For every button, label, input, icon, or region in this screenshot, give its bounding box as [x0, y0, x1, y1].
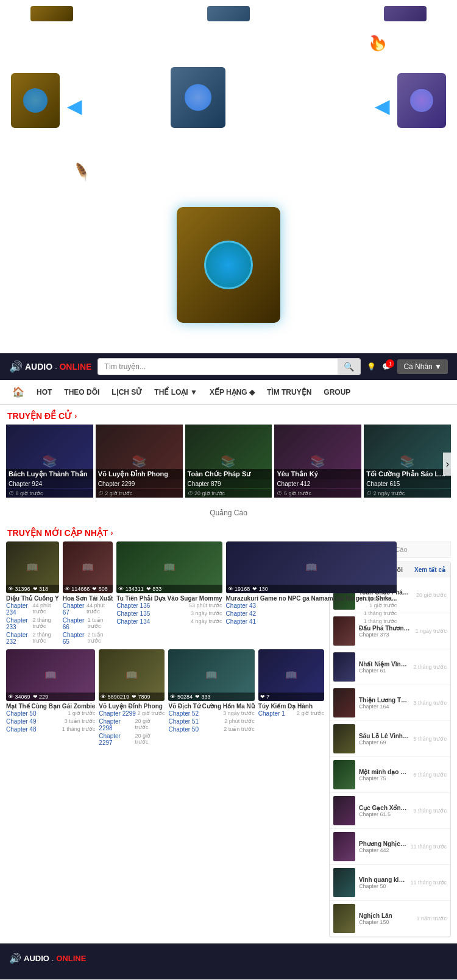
manga-stats-6: 👁 50284 ❤ 333	[168, 693, 254, 701]
nav-home[interactable]: 🏠	[6, 380, 30, 404]
chapter-item-6-1[interactable]: Chapter 512 phút trước	[168, 717, 254, 725]
featured-time-1: ⏱ 2 giờ trước	[96, 489, 183, 498]
tracking-info-2: Nhất Niệm Vĩnh Hằng Chapter 61	[359, 661, 409, 674]
chapter-item-1-0[interactable]: Chapter 6744 phút trước	[63, 602, 113, 616]
nav-lich-su[interactable]: LỊCH SỬ	[105, 382, 148, 403]
search-input[interactable]	[98, 359, 338, 375]
ch-time-5-1: 20 giờ trước	[135, 718, 165, 731]
featured-item-4[interactable]: 📚 Tối Cường Phản Sáo Lộ ... Chapter 615 …	[364, 425, 451, 498]
tracking-item-4[interactable]: Sáu Lỗ Lê Vinh ss2 Chapter 69 5 tháng tr…	[330, 721, 450, 757]
chapter-item-3-0[interactable]: Chapter 431 giờ trước	[226, 602, 397, 610]
ch-time-5-2: 20 giờ trước	[135, 733, 165, 746]
personal-button[interactable]: Cá Nhân ▼	[397, 359, 448, 374]
tracking-item-8[interactable]: Vinh quang kiếm Chapter 50 11 tháng trướ…	[330, 865, 450, 901]
manga-card-3[interactable]: 📖 👁 19168 ❤ 130 Murazukuri Game no NPC g…	[226, 541, 397, 646]
updates-wrapper: 📖 👁 31396 ❤ 318 Diệu Thủ Cuồng Y Chapter…	[0, 541, 457, 943]
bell-icon-wrap[interactable]: 💡	[367, 362, 376, 371]
nav-hot[interactable]: HOT	[30, 382, 58, 403]
chat-icon-wrap[interactable]: 💬 1	[382, 362, 391, 371]
manga-stats-0: 👁 31396 ❤ 318	[6, 585, 59, 593]
featured-chapter-1: Chapter 2299	[96, 479, 183, 488]
chapter-item-1-2[interactable]: Chapter 652 tuần trước	[63, 631, 113, 646]
manga-chapter-list-1: Chapter 6744 phút trước Chapter 661 tuần…	[63, 602, 113, 646]
nav-tim-truyen[interactable]: TÌM TRUYỆN	[261, 382, 317, 403]
tracking-item-time-3: 3 tháng trước	[413, 700, 447, 706]
manga-card-6[interactable]: 📖 👁 50284 ❤ 333 Võ Địch Tứ Cường Hồn Ma …	[168, 649, 254, 747]
featured-title-2: Toàn Chức Pháp Sư	[185, 469, 272, 479]
nav-xep-hang[interactable]: XẾP HẠNG ◆	[204, 382, 261, 403]
tracking-item-chapter-5: Chapter 75	[359, 775, 409, 781]
ch-time-6-0: 3 ngày trước	[223, 710, 255, 717]
featured-item-2[interactable]: 📚 Toàn Chức Pháp Sư Chapter 879 ⏱ 20 giờ…	[185, 425, 272, 498]
manga-stats-3: 👁 19168 ❤ 130	[226, 585, 397, 593]
chapter-item-0-0[interactable]: Chapter 23444 phút trước	[6, 602, 59, 616]
chapter-item-5-2[interactable]: Chapter 229720 giờ trước	[99, 732, 165, 747]
manga-card-5[interactable]: 📖 👁 5890219 ❤ 7809 Võ Luyện Đỉnh Phong C…	[99, 649, 165, 747]
tracking-item-time-8: 11 tháng trước	[410, 880, 447, 886]
tracking-item-chapter-7: Chapter 442	[359, 847, 406, 853]
tracking-thumb-2	[333, 652, 355, 682]
ch-time-3-0: 1 giờ trước	[369, 602, 397, 609]
logo-audio-text: AUDIO	[25, 362, 52, 372]
updates-left: 📖 👁 31396 ❤ 318 Diệu Thủ Cuồng Y Chapter…	[6, 541, 324, 937]
manga-likes-6: 333	[202, 694, 211, 700]
chapter-item-1-1[interactable]: Chapter 661 tuần trước	[63, 616, 113, 631]
logo-online-text: ONLINE	[59, 362, 91, 372]
manga-chapter-list-2: Chapter 13653 phút trước Chapter 1353 ng…	[116, 602, 222, 626]
chapter-item-2-1[interactable]: Chapter 1353 ngày trước	[116, 610, 222, 618]
chapter-item-5-1[interactable]: Chapter 229820 giờ trước	[99, 717, 165, 732]
manga-card-4[interactable]: 📖 👁 34069 ❤ 229 Mạt Thế Cùng Bạn Gái Zom…	[6, 649, 95, 747]
tracking-item-2[interactable]: Nhất Niệm Vĩnh Hằng Chapter 61 2 tháng t…	[330, 649, 450, 685]
see-all-link[interactable]: Xem tất cả	[414, 566, 445, 573]
ch-time-1-0: 44 phút trước	[87, 602, 113, 616]
chapter-item-3-2[interactable]: Chapter 411 tháng trước	[226, 618, 397, 626]
chapter-item-6-2[interactable]: Chapter 502 tuần trước	[168, 725, 254, 733]
tracking-item-5[interactable]: Một mình dạo quanh hầm ngục Chapter 75 6…	[330, 757, 450, 793]
chapter-item-7-0[interactable]: Chapter 12 giờ trước	[258, 710, 324, 717]
chapter-item-6-0[interactable]: Chapter 523 ngày trước	[168, 710, 254, 717]
ch-name-2-0: Chapter 136	[116, 602, 150, 609]
chapter-item-3-1[interactable]: Chapter 421 tháng trước	[226, 610, 397, 618]
ch-name-6-2: Chapter 50	[168, 726, 198, 733]
featured-chapter-3: Chapter 412	[274, 479, 361, 488]
manga-card-0[interactable]: 📖 👁 31396 ❤ 318 Diệu Thủ Cuồng Y Chapter…	[6, 541, 59, 646]
featured-item-1[interactable]: 📚 Võ Luyện Đỉnh Phong Chapter 2299 ⏱ 2 g…	[96, 425, 183, 498]
ch-time-7-0: 2 giờ trước	[297, 710, 324, 717]
tracking-item-9[interactable]: Nghịch Lân Chapter 150 1 năm trước	[330, 901, 450, 937]
ch-time-6-2: 2 tuần trước	[224, 726, 255, 733]
manga-views-5: 5890219	[108, 694, 129, 700]
chapter-item-0-2[interactable]: Chapter 2322 tháng trước	[6, 631, 59, 646]
tracking-item-3[interactable]: Thiện Lương Tứ Thần Chapter 164 3 tháng …	[330, 685, 450, 721]
chapter-item-5-0[interactable]: Chapter 22992 giờ trước	[99, 710, 165, 717]
manga-card-2[interactable]: 📖 👁 134311 ❤ 833 Tu Tiên Phải Dựa Vào Su…	[116, 541, 222, 646]
nav-theo-doi[interactable]: THEO DÕI	[58, 382, 105, 403]
manga-card-1[interactable]: 📖 👁 114666 ❤ 508 Hoa Sơn Tái Xuất Chapte…	[63, 541, 113, 646]
tracking-item-7[interactable]: Phương Nghịch Thiên Hà Chapter 442 11 th…	[330, 829, 450, 865]
nav-the-loai[interactable]: THỂ LOẠI ▼	[148, 382, 204, 403]
featured-time-text-0: 8 giờ trước	[16, 490, 43, 496]
chapter-item-0-1[interactable]: Chapter 2332 tháng trước	[6, 616, 59, 631]
featured-time-3: ⏱ 5 giờ trước	[274, 489, 361, 498]
chapter-item-2-0[interactable]: Chapter 13653 phút trước	[116, 602, 222, 610]
ch-name-4-1: Chapter 49	[6, 718, 36, 725]
featured-item-0[interactable]: 📚 Bách Luyện Thành Thần Chapter 924 ⏱ 8 …	[6, 425, 93, 498]
chapter-item-4-1[interactable]: Chapter 493 tuần trước	[6, 717, 95, 725]
manga-stats-1: 👁 114666 ❤ 508	[63, 585, 113, 593]
chapter-item-4-0[interactable]: Chapter 501 giờ trước	[6, 710, 95, 717]
featured-time-text-4: 2 ngày trước	[374, 490, 405, 496]
ch-name-4-2: Chapter 48	[6, 726, 36, 733]
tracking-item-time-2: 2 tháng trước	[413, 664, 447, 670]
nav-group[interactable]: GROUP	[317, 382, 356, 403]
manga-card-7[interactable]: 📖 ❤ 7 Túy Kiếm Dạ Hành Chapter 12 giờ tr…	[258, 649, 324, 747]
ch-name-3-2: Chapter 41	[226, 618, 256, 625]
featured-item-3[interactable]: 📚 Yêu Thần Ký Chapter 412 ⏱ 5 giờ trước	[274, 425, 361, 498]
feather-red-icon: 🪶	[71, 162, 91, 183]
search-button[interactable]: 🔍	[338, 359, 360, 375]
manga-card-title-7: Túy Kiếm Dạ Hành	[258, 703, 324, 710]
tracking-item-6[interactable]: Cục Gạch Xổng Vào Dị Giới Chapter 61.5 9…	[330, 793, 450, 829]
chapter-item-2-2[interactable]: Chapter 1344 ngày trước	[116, 618, 222, 626]
chapter-item-4-2[interactable]: Chapter 481 tháng trước	[6, 725, 95, 733]
manga-likes-7: 7	[266, 694, 269, 700]
featured-next-button[interactable]: ›	[443, 453, 452, 476]
tracking-thumb-4	[333, 724, 355, 753]
